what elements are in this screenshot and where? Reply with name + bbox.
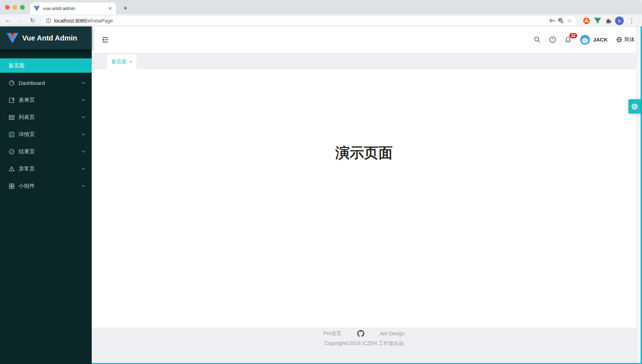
language-switcher[interactable]: 简体 bbox=[616, 36, 635, 43]
notification-badge: 12 bbox=[569, 33, 578, 39]
url-path: /#/newPage bbox=[86, 18, 113, 24]
content-area: 新页面 × 演示页面 Pro首页 Ant Design Copyright©20… bbox=[92, 53, 642, 364]
browser-tab[interactable]: vue-antd-admin × bbox=[30, 3, 116, 14]
extension-orange-icon[interactable] bbox=[582, 16, 591, 25]
window-controls bbox=[5, 5, 25, 10]
sidebar-item-label: 详情页 bbox=[19, 131, 82, 138]
zoom-window-button[interactable] bbox=[20, 5, 25, 10]
globe-icon bbox=[616, 37, 622, 43]
minimize-window-button[interactable] bbox=[13, 5, 17, 10]
vue-favicon-icon bbox=[34, 6, 40, 11]
svg-text:?: ? bbox=[552, 37, 554, 42]
browser-scrollbar[interactable] bbox=[636, 27, 641, 364]
page-panel: 演示页面 bbox=[92, 69, 636, 327]
bookmark-star-icon[interactable]: ☆ bbox=[567, 18, 572, 24]
language-label: 简体 bbox=[624, 36, 635, 43]
browser-tabstrip: vue-antd-admin × + bbox=[0, 0, 642, 14]
chevron-down-icon bbox=[82, 150, 85, 153]
github-link[interactable] bbox=[357, 330, 364, 337]
extensions-puzzle-icon[interactable] bbox=[604, 16, 613, 25]
address-bar[interactable]: localhost:8080/#/newPage 文 A ☆ bbox=[42, 16, 576, 25]
sidebar-item-label: 结果页 bbox=[19, 148, 82, 155]
settings-drawer-button[interactable] bbox=[628, 99, 641, 114]
chevron-down-icon bbox=[82, 82, 85, 84]
accent-edge-right bbox=[641, 27, 642, 364]
sidebar-item-label: 表单页 bbox=[19, 97, 82, 104]
svg-text:A: A bbox=[561, 20, 563, 23]
sidebar-item-dashboard[interactable]: Dashboard bbox=[0, 76, 92, 90]
appstore-icon bbox=[9, 183, 15, 189]
notifications-button[interactable]: 12 bbox=[565, 36, 571, 43]
sidebar-item-label: 小组件 bbox=[19, 183, 82, 190]
profile-icon bbox=[9, 131, 15, 138]
app-title: Vue Antd Admin bbox=[22, 34, 77, 42]
browser-tab-title: vue-antd-admin bbox=[43, 6, 108, 11]
translate-icon[interactable]: 文 A bbox=[558, 18, 564, 24]
reload-button[interactable]: ↻ bbox=[28, 16, 37, 25]
profile-initial: h bbox=[615, 16, 624, 25]
menu-fold-button[interactable] bbox=[101, 35, 110, 44]
user-menu[interactable]: JACK bbox=[580, 35, 608, 45]
sidebar-item-exception[interactable]: 异常页 bbox=[0, 162, 92, 176]
copyright: Copyright©2018 ICZER 工作室出品 bbox=[92, 340, 636, 347]
sidebar-item-label: 新页面 bbox=[9, 62, 25, 69]
sidebar-item-detail[interactable]: 详情页 bbox=[0, 127, 92, 142]
form-icon bbox=[9, 97, 15, 103]
chevron-down-icon bbox=[82, 133, 85, 135]
vue-devtools-extension-icon[interactable] bbox=[593, 16, 602, 25]
back-button[interactable]: ← bbox=[4, 16, 13, 25]
app-header: ? 12 JACK bbox=[92, 27, 642, 53]
dashboard-icon bbox=[9, 80, 15, 86]
password-key-icon[interactable] bbox=[549, 18, 555, 23]
check-circle-icon bbox=[9, 149, 15, 155]
footer-link-pro-home[interactable]: Pro首页 bbox=[324, 330, 341, 337]
sidebar-menu: 新页面 Dashboard bbox=[0, 49, 92, 193]
browser-menu-icon[interactable]: ⋮ bbox=[627, 16, 636, 25]
sidebar-item-widgets[interactable]: 小组件 bbox=[0, 179, 92, 193]
sidebar-item-result[interactable]: 结果页 bbox=[0, 144, 92, 159]
warning-icon bbox=[9, 166, 15, 172]
table-icon bbox=[9, 114, 15, 120]
chevron-down-icon bbox=[82, 185, 85, 187]
sidebar-item-label: 异常页 bbox=[19, 166, 82, 172]
sidebar: Vue Antd Admin 新页面 Dashboard bbox=[0, 27, 92, 364]
user-name: JACK bbox=[593, 37, 608, 43]
page-tab[interactable]: 新页面 × bbox=[107, 54, 136, 69]
search-button[interactable] bbox=[534, 36, 541, 43]
sidebar-item-label: 列表页 bbox=[19, 114, 82, 121]
close-window-button[interactable] bbox=[5, 5, 10, 10]
sidebar-item-form[interactable]: 表单页 bbox=[0, 93, 92, 107]
page-info-icon[interactable] bbox=[46, 18, 51, 23]
question-circle-icon: ? bbox=[549, 36, 556, 43]
footer-link-ant-design[interactable]: Ant Design bbox=[380, 331, 404, 336]
avatar bbox=[580, 35, 590, 45]
search-icon bbox=[534, 36, 541, 43]
vue-logo-icon bbox=[6, 33, 18, 43]
chevron-down-icon bbox=[82, 168, 85, 170]
page-footer: Pro首页 Ant Design Copyright©2018 ICZER 工作… bbox=[92, 330, 636, 347]
browser-window: vue-antd-admin × + ← → ↻ localhost:8080/… bbox=[0, 0, 642, 364]
tab-close-icon[interactable]: × bbox=[108, 5, 112, 12]
github-icon bbox=[357, 330, 364, 337]
url-host: localhost:8080 bbox=[54, 18, 86, 24]
browser-profile-avatar[interactable]: h bbox=[615, 16, 624, 25]
forward-button[interactable]: → bbox=[16, 16, 25, 25]
page-tab-label: 新页面 bbox=[111, 59, 126, 65]
sidebar-logo-bar[interactable]: Vue Antd Admin bbox=[0, 27, 92, 49]
gear-icon bbox=[631, 103, 638, 110]
header-actions: ? 12 JACK bbox=[534, 27, 635, 53]
sidebar-item-list[interactable]: 列表页 bbox=[0, 110, 92, 124]
sidebar-item-new-page[interactable]: 新页面 bbox=[0, 58, 92, 73]
menu-fold-icon bbox=[101, 35, 110, 44]
page-title: 演示页面 bbox=[92, 143, 636, 163]
url-text: localhost:8080/#/newPage bbox=[54, 18, 113, 24]
chevron-down-icon bbox=[82, 116, 85, 118]
sidebar-item-label: Dashboard bbox=[19, 80, 82, 86]
chevron-down-icon bbox=[82, 99, 85, 101]
footer-links: Pro首页 Ant Design bbox=[92, 330, 636, 337]
new-tab-button[interactable]: + bbox=[120, 3, 130, 13]
page-tab-close-icon[interactable]: × bbox=[129, 59, 132, 64]
help-button[interactable]: ? bbox=[549, 36, 556, 43]
